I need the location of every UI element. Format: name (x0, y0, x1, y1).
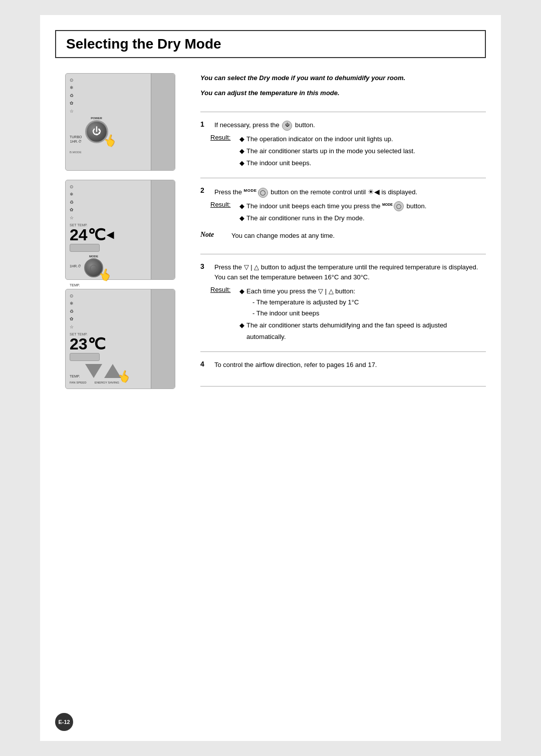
step-2-text-before: Press the (214, 188, 244, 196)
step-1-row: 1 If necessary, press the ⏻ button. (200, 120, 486, 131)
remote-button-row-1: TURBO 1HR.⏱ POWER ⏻ 👆 (70, 117, 145, 143)
bottom-rule (200, 386, 486, 387)
step-3-bullet-1: ◆ Each time you press the ▽ | △ button: … (239, 286, 486, 319)
icon-sun: ✿ (70, 100, 145, 107)
bullet-sym-2: ◆ (239, 146, 244, 157)
intro-text: You can select the Dry mode if you want … (200, 73, 486, 107)
step-1-result: Result: ◆ The operation indicator on the… (210, 134, 486, 170)
icon-sun-2: ✿ (70, 206, 145, 213)
power-button-area: POWER ⏻ 👆 (85, 117, 108, 143)
indicator-bar-3 (70, 353, 100, 361)
bottom-row-2: 1HR.⏱ MODE ◯ 👆 (70, 255, 145, 277)
hr-2: 1HR.⏱ (70, 264, 81, 268)
temp-down-button[interactable] (85, 364, 102, 378)
step-1-text-after: button. (295, 121, 315, 129)
mode-icon: ◯ (90, 264, 98, 272)
step-3-result-label: Result: (210, 286, 236, 343)
remote-sidebar-2 (151, 180, 175, 279)
remote-sidebar-3 (151, 289, 175, 389)
bmode-row: B.MODE (70, 146, 145, 155)
step-1-text-before: If necessary, press the (214, 121, 281, 129)
right-panel: You can select the Dry mode if you want … (195, 73, 486, 389)
bullet-sym-6: ◆ (239, 286, 244, 319)
step-3-content: Press the ▽ | △ button to adjust the tem… (214, 262, 486, 283)
step-1-bullet-1-text: The operation indicator on the indoor un… (246, 134, 393, 145)
remote-image-3: ⊙ ❄ ♻ ✿ ☆ SET TEMP. 23℃ (65, 289, 175, 389)
mode-button-area: MODE ◯ 👆 (84, 255, 103, 277)
step-1-content: If necessary, press the ⏻ button. (214, 120, 486, 131)
icon-fan-3: ⊙ (70, 292, 145, 299)
bullet-sym-5: ◆ (239, 213, 244, 224)
step-1-bullet-1: ◆ The operation indicator on the indoor … (239, 134, 415, 145)
step-2-content: Press the MODE◯ button on the remote con… (214, 186, 486, 198)
note-row: Note You can change modes at any time. (200, 231, 486, 241)
step-3-result-content: ◆ Each time you press the ▽ | △ button: … (239, 286, 486, 343)
power-icon: ⏻ (92, 126, 101, 137)
turbo-area: TURBO 1HR.⏱ (70, 135, 82, 143)
step-2-bullet-1: ◆ The indoor unit beeps each time you pr… (239, 201, 426, 212)
step-1-num: 1 (200, 120, 208, 131)
step-2-num: 2 (200, 186, 208, 198)
dry-icon-inline: ☀◀ (368, 188, 380, 196)
icon-fan: ⊙ (70, 77, 145, 84)
bottom-row-3: TEMP. 👆 (70, 364, 145, 378)
arrow-2: ◀ (107, 229, 114, 240)
remote-sidebar-1 (151, 74, 175, 170)
page-title-box: Selecting the Dry Mode (55, 30, 486, 58)
content-area: ⊙ ❄ ♻ ✿ ☆ TURBO 1HR.⏱ POWER (40, 68, 501, 394)
remote-image-1: ⊙ ❄ ♻ ✿ ☆ TURBO 1HR.⏱ POWER (65, 73, 175, 171)
icon-snowflake-2: ❄ (70, 191, 145, 198)
step-3-bullet-2-text: The air conditioner starts dehumidifying… (246, 320, 486, 342)
icon-snowflake-3: ❄ (70, 300, 145, 307)
icon-drop-3: ♻ (70, 308, 145, 315)
temp-row-3: 23℃ (70, 336, 145, 352)
remote-icons-3: ⊙ ❄ ♻ ✿ ☆ (70, 292, 145, 330)
note-label: Note (200, 231, 225, 239)
indicator-bar-2 (70, 244, 100, 252)
step-2-bullet-1-text: The indoor unit beeps each time you pres… (246, 201, 426, 212)
remote-content-3: ⊙ ❄ ♻ ✿ ☆ SET TEMP. 23℃ (70, 292, 145, 384)
step-3-section: 3 Press the ▽ | △ button to adjust the t… (200, 254, 486, 351)
step-1-bullet-2: ◆ The air conditioner starts up in the m… (239, 146, 415, 157)
step-4-section: 4 To control the airflow direction, refe… (200, 351, 486, 382)
step-1-bullet-3-text: The indoor unit beeps. (246, 158, 311, 169)
icon-drop-2: ♻ (70, 199, 145, 206)
page: Selecting the Dry Mode ⊙ ❄ ♻ ✿ ☆ (40, 15, 501, 741)
power-label: POWER (91, 117, 102, 120)
step-2-bullet-2-text: The air conditioner runs in the Dry mode… (246, 213, 365, 224)
bottom-labels-3: FAN SPEED ENERGY SAVING (70, 381, 145, 384)
fan-speed-label: FAN SPEED (70, 381, 87, 384)
power-inline-btn: ⏻ (282, 121, 292, 131)
step-2-row: 2 Press the MODE◯ button on the remote c… (200, 186, 486, 198)
step-3-num: 3 (200, 262, 208, 283)
step-2-text-after: is displayed. (381, 188, 417, 196)
step-4-num: 4 (200, 360, 208, 370)
icon-drop: ♻ (70, 92, 145, 99)
step-2-text-mid: button on the remote control until (270, 188, 368, 196)
remote-content-1: ⊙ ❄ ♻ ✿ ☆ TURBO 1HR.⏱ POWER (70, 77, 145, 155)
step-2-result-content: ◆ The indoor unit beeps each time you pr… (239, 201, 426, 225)
remote-icons-2: ⊙ ❄ ♻ ✿ ☆ (70, 183, 145, 221)
step-3-text: Press the ▽ | △ button to adjust the tem… (214, 263, 478, 271)
temp-label-3: TEMP. (70, 374, 80, 378)
icon-sun-3: ✿ (70, 315, 145, 322)
turbo-label: TURBO (70, 135, 82, 139)
step-1-result-label: Result: (210, 134, 236, 170)
step-3-row: 3 Press the ▽ | △ button to adjust the t… (200, 262, 486, 283)
step-3-result: Result: ◆ Each time you press the ▽ | △ … (210, 286, 486, 343)
step-3-bullet-2: ◆ The air conditioner starts dehumidifyi… (239, 320, 486, 342)
remote-image-2: ⊙ ❄ ♻ ✿ ☆ SET TEMP. 24℃ ◀ (65, 180, 175, 280)
bullet-sym-4: ◆ (239, 201, 244, 212)
page-number: E-12 (55, 713, 73, 731)
hr-label: 1HR.⏱ (70, 140, 82, 143)
energy-saving-label: ENERGY SAVING (95, 381, 119, 384)
step-1-bullet-3: ◆ The indoor unit beeps. (239, 158, 415, 169)
temp-label-text-2: TEMP. (70, 283, 80, 287)
remote-icons-1: ⊙ ❄ ♻ ✿ ☆ (70, 77, 145, 115)
icon-fan-2: ⊙ (70, 183, 145, 190)
temp-label-area-3: TEMP. (70, 374, 80, 378)
step-4-text: To control the airflow direction, refer … (214, 361, 377, 368)
step-2-result: Result: ◆ The indoor unit beeps each tim… (210, 201, 486, 225)
icon-star: ☆ (70, 108, 145, 115)
step-2-bullet-2: ◆ The air conditioner runs in the Dry mo… (239, 213, 426, 224)
